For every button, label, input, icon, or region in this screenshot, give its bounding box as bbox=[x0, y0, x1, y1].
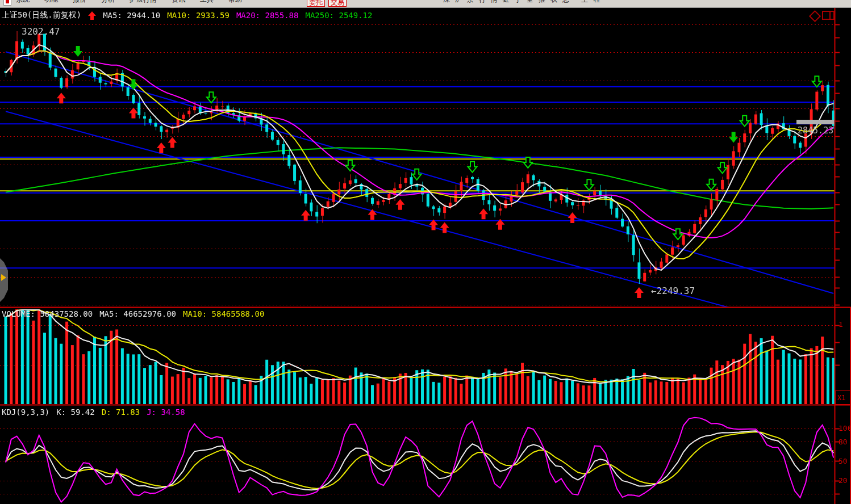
vol-ma5-value: MA5: 46652976.00 bbox=[99, 309, 176, 318]
menu-item-system[interactable]: 系统 bbox=[16, 0, 30, 3]
kdj-j-value: J: 34.58 bbox=[147, 408, 185, 417]
main-chart-header: 上证50(日线.前复权) MA5: 2944.10 MA10: 2933.59 … bbox=[2, 10, 372, 20]
volume-pane-header: VOLUME: 58437528.00 MA5: 46652976.00 MA1… bbox=[2, 309, 264, 318]
kdj-pane-header: KDJ(9,3,3) K: 59.42 D: 71.83 J: 34.58 bbox=[2, 408, 185, 417]
symbol-title: 上证50(日线.前复权) bbox=[2, 10, 81, 20]
ma20-value: MA20: 2855.88 bbox=[236, 11, 299, 20]
kdj-axis-100: 100 bbox=[839, 424, 851, 432]
kdj-d-value: D: 71.83 bbox=[102, 408, 140, 417]
trading-app-window: 系统 功能 报价 分析 扩展行情 资讯 工具 帮助 委托 交易 深沪京行情处于全… bbox=[0, 0, 851, 504]
kdj-title: KDJ(9,3,3) bbox=[2, 408, 49, 417]
kdj-k-value: K: 59.42 bbox=[56, 408, 94, 417]
volume-axis-label: 1 bbox=[839, 320, 843, 329]
period-high-label: 3202.47 bbox=[22, 26, 60, 37]
up-arrow-icon bbox=[88, 11, 96, 20]
volume-unit-label: X1万 bbox=[835, 390, 851, 405]
quote-status-text: 深沪京行情处于全推状态 主程 bbox=[443, 0, 605, 3]
ma10-value: MA10: 2933.59 bbox=[167, 11, 230, 20]
flyout-expand-icon[interactable] bbox=[1, 274, 6, 281]
split-window-icon[interactable] bbox=[822, 11, 835, 20]
volume-value: VOLUME: 58437528.00 bbox=[2, 309, 93, 318]
kdj-axis-80: 80 bbox=[839, 438, 848, 446]
menu-item-function[interactable]: 功能 bbox=[44, 0, 58, 3]
entrust-button[interactable]: 委托 bbox=[307, 0, 325, 7]
ma250-value: MA250: 2549.12 bbox=[305, 11, 372, 20]
chart-canvas[interactable] bbox=[0, 7, 851, 504]
app-icon[interactable] bbox=[3, 0, 11, 6]
last-price-label: 2845.23 bbox=[798, 125, 833, 136]
vol-ma10-value: MA10: 58465588.00 bbox=[183, 309, 264, 318]
ma5-value: MA5: 2944.10 bbox=[103, 11, 160, 20]
trade-button[interactable]: 交易 bbox=[328, 0, 347, 7]
menu-item-tools[interactable]: 工具 bbox=[200, 0, 214, 3]
menu-item-extended[interactable]: 扩展行情 bbox=[130, 0, 157, 3]
period-low-label: ←2249.37 bbox=[651, 285, 695, 296]
menu-item-quote[interactable]: 报价 bbox=[73, 0, 86, 3]
kdj-axis-20: 20 bbox=[839, 476, 848, 485]
last-price-marker bbox=[796, 120, 834, 124]
kdj-axis-50: 50 bbox=[839, 457, 848, 465]
menu-bar: 系统 功能 报价 分析 扩展行情 资讯 工具 帮助 委托 交易 深沪京行情处于全… bbox=[0, 0, 851, 8]
menu-item-info[interactable]: 资讯 bbox=[172, 0, 185, 3]
menu-item-help[interactable]: 帮助 bbox=[228, 0, 242, 3]
menu-item-analysis[interactable]: 分析 bbox=[101, 0, 115, 3]
